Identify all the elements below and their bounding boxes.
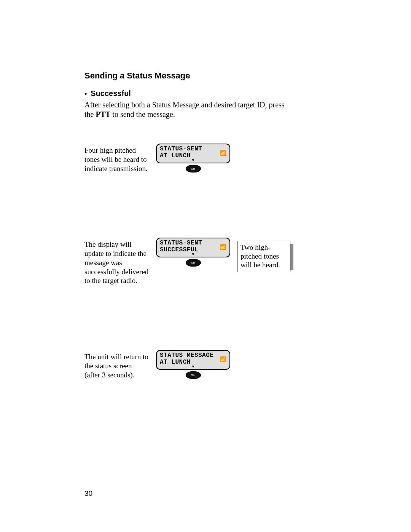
sts-button: Sts [186,259,201,267]
note-box-wrap: Two high-pitched tones will be heard. [237,241,290,272]
intro-paragraph: After selecting both a Status Message an… [84,100,290,119]
lcd-display-group: STATUS-SENT SUCCESSFUL 📶 ▼ Sts [156,238,230,267]
note-box: Two high-pitched tones will be heard. [237,241,290,272]
step-desc: The display will update to indicate the … [84,238,149,285]
intro-bold: PTT [96,110,110,118]
page-title: Sending a Status Message [84,71,354,81]
step-desc: The unit will return to the status scree… [84,350,149,379]
sts-button: Sts [186,371,201,379]
steps-container: Four high pitched tones will be heard to… [84,144,354,379]
bullet-item: • Successful [84,89,354,98]
bullet-dot: • [84,90,87,97]
sts-button: Sts [186,165,201,173]
signal-icon: 📶 [220,244,226,250]
intro-after: to send the message. [110,110,175,118]
bullet-label: Successful [91,89,131,98]
manual-page: Sending a Status Message • Successful Af… [0,0,411,532]
lcd-line1: STATUS-SENT [160,240,226,247]
step-row: The display will update to indicate the … [84,238,354,285]
down-arrow-icon: ▼ [191,252,195,256]
lcd-screen: STATUS-SENT SUCCESSFUL 📶 ▼ [156,238,230,257]
lcd-screen: STATUS MESSAGE AT LUNCH 📶 ▼ [156,350,230,370]
step-row: The unit will return to the status scree… [84,350,354,379]
page-number: 30 [84,489,92,498]
lcd-line1: STATUS-SENT [160,146,226,153]
step-row: Four high pitched tones will be heard to… [84,144,354,173]
lcd-screen: STATUS-SENT AT LUNCH 📶 ▼ [156,144,230,163]
lcd-display-group: STATUS MESSAGE AT LUNCH 📶 ▼ Sts [156,350,230,379]
signal-icon: 📶 [220,357,226,362]
signal-icon: 📶 [220,150,226,156]
lcd-display-group: STATUS-SENT AT LUNCH 📶 ▼ Sts [156,144,230,173]
lcd-line1: STATUS MESSAGE [160,352,226,359]
down-arrow-icon: ▼ [191,158,195,162]
down-arrow-icon: ▼ [191,365,195,369]
step-desc: Four high pitched tones will be heard to… [84,144,149,173]
